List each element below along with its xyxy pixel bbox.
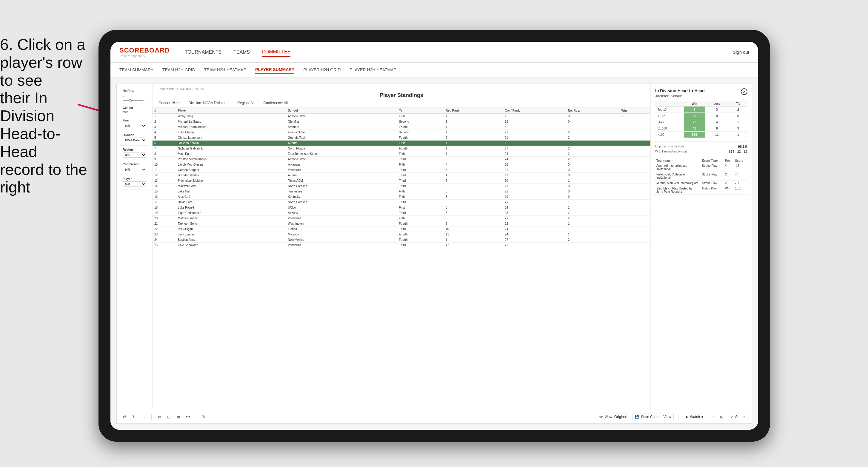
table-row[interactable]: 13 Phichaisak Maichon Texas A&M Third 6 …	[153, 178, 650, 184]
table-row[interactable]: 7 Nicholas Gabrelcik North Florida Fourt…	[153, 146, 650, 151]
t-name: SEC Match Play Hosted by Jerry Pate Roun…	[655, 186, 701, 194]
table-row[interactable]: 14 Maxwell Ford North Carolina Third 6 2…	[153, 184, 650, 189]
h2h-row: >100 578 11 1	[655, 132, 747, 138]
year-label: Year	[123, 119, 146, 122]
more-icon[interactable]: ⋯	[709, 413, 715, 420]
cell-num: 9	[153, 157, 176, 162]
tab-player-summary[interactable]: PLAYER SUMMARY	[255, 66, 294, 74]
link-icon[interactable]: ⊕	[175, 413, 182, 420]
cell-conf-rank: 24	[503, 205, 566, 210]
cell-no-rds: 1	[566, 226, 620, 232]
cell-player: Nicholas Gabrelcik	[176, 146, 286, 151]
h2h-win-cell: 20	[684, 113, 705, 119]
cell-reg-rank: 1	[444, 141, 503, 146]
table-row[interactable]: 16 Alex Goff Kentucky Fifth 8 19 0	[153, 194, 650, 199]
toolbar-divider-1	[151, 414, 152, 420]
h2h-col-loss: Loss	[705, 101, 729, 106]
watch-dropdown-icon: ▾	[702, 415, 703, 419]
redo-icon[interactable]: ↻	[131, 413, 137, 420]
cell-player: Taehoon Song	[176, 221, 286, 226]
tab-team-h2h-heatmap[interactable]: TEAM H2H HEATMAP	[204, 66, 246, 74]
cell-school: Vanderbilt	[286, 216, 397, 221]
table-row[interactable]: 17 David Ford North Carolina Third 8 21 …	[153, 199, 650, 205]
cell-player: Jack Lundin	[176, 232, 286, 237]
left-sidebar: No Rds. 6 6... Gender Men	[117, 84, 153, 410]
table-row[interactable]: 15 Jake Hall Tennessee Fifth 6 21 0	[153, 189, 650, 194]
table-row[interactable]: 20 Matthew Riedel Vanderbilt Fifth 9 21 …	[153, 216, 650, 221]
cell-yr: Third	[397, 199, 444, 205]
table-row[interactable]: 25 Cole Sherwood Vanderbilt Third 12 23 …	[153, 243, 650, 248]
division-select[interactable]: NCAA Division I	[123, 137, 146, 143]
cell-player: Brendan Valdes	[176, 173, 286, 178]
no-rds-slider[interactable]	[123, 100, 144, 101]
table-row[interactable]: 23 Jack Lundin Missouri Fourth 11 24 1	[153, 232, 650, 237]
table-row[interactable]: 11 Gordon Sargent Vanderbilt Third 4 21 …	[153, 167, 650, 173]
wlt-row: W-L-T record in-division: 674 - 33 - 12	[655, 150, 747, 153]
cell-school: Vanderbilt	[286, 243, 397, 248]
nav-committee[interactable]: COMMITTEE	[262, 48, 290, 57]
tab-team-h2h-grid[interactable]: TEAM H2H GRID	[162, 66, 195, 74]
undo-icon[interactable]: ↺	[121, 413, 128, 420]
tab-player-h2h-grid[interactable]: PLAYER H2H GRID	[303, 66, 341, 74]
refresh-icon[interactable]: ↻	[200, 413, 207, 420]
dots-icon[interactable]: •••	[185, 413, 191, 420]
cell-conf-rank: 23	[503, 184, 566, 189]
forward-icon[interactable]: →	[140, 413, 147, 420]
save-label: Save Custom View	[641, 415, 671, 419]
h2h-loss-cell: 3	[705, 106, 729, 113]
table-row[interactable]: 22 Ian Gilligan Florida Third 10 24 1	[153, 226, 650, 232]
share-button[interactable]: ↗ Share	[728, 413, 747, 420]
table-row[interactable]: 18 Luke Powell UCLA First 8 24 1	[153, 205, 650, 210]
tab-team-summary[interactable]: TEAM SUMMARY	[119, 66, 153, 74]
table-row[interactable]: 4 Luke Claton Florida State Second 1 27 …	[153, 130, 650, 135]
table-row[interactable]: 10 Jacob Mou-Olesen Arkansas Fifth 4 25 …	[153, 162, 650, 167]
region-select[interactable]: N/A	[123, 152, 146, 158]
cell-yr: Fifth	[397, 151, 444, 157]
player-select[interactable]: (All)	[123, 181, 146, 187]
h2h-close-button[interactable]: ✕	[741, 88, 747, 95]
t-type: Stroke Play	[701, 172, 724, 181]
sign-out-button[interactable]: Sign out	[733, 50, 749, 55]
copy-icon[interactable]: ⧉	[156, 413, 163, 420]
save-custom-button[interactable]: 💾 Save Custom View	[632, 413, 674, 420]
table-row[interactable]: 9 Preston Summerhays Arizona State Third…	[153, 157, 650, 162]
cell-player: Christo Lamprecht	[176, 135, 286, 141]
cell-player: Luke Powell	[176, 205, 286, 210]
table-row[interactable]: 2 Michael La Sasso Ole Miss Second 1 18 …	[153, 119, 650, 124]
table-row[interactable]: 3 Michael Thorbjornsen Stanford Fourth 1…	[153, 124, 650, 130]
tab-player-h2h-heatmap[interactable]: PLAYER H2H HEATMAP	[349, 66, 396, 74]
paste-icon[interactable]: ⊞	[166, 413, 172, 420]
table-row[interactable]: 19 Tiger Christensen Arizona Third 8 23 …	[153, 210, 650, 216]
table-row[interactable]: 6 Jackson Koivun Auburn First 1 1 1	[153, 141, 650, 146]
filter-row: Gender: Men Division: NCAA Division I Re…	[158, 101, 645, 105]
cell-yr: Fifth	[397, 194, 444, 199]
instruction-text: 6. Click on a player's row to see their …	[0, 36, 93, 196]
col-num: #	[153, 108, 176, 114]
cell-yr: Fifth	[397, 189, 444, 194]
cell-player: Michael La Sasso	[176, 119, 286, 124]
cell-num: 4	[153, 130, 176, 135]
table-row[interactable]: 5 Christo Lamprecht Georgia Tech Fourth …	[153, 135, 650, 141]
year-select[interactable]: (All)	[123, 123, 146, 128]
table-row[interactable]: 21 Taehoon Song Washington Fourth 6 22 1	[153, 221, 650, 226]
cell-conf-rank: 21	[503, 216, 566, 221]
nav-teams[interactable]: TEAMS	[234, 48, 250, 56]
cell-win	[620, 226, 650, 232]
cell-player: Phichaisak Maichon	[176, 178, 286, 184]
table-row[interactable]: 12 Brendan Valdes Auburn Third 4 17 0	[153, 173, 650, 178]
table-row[interactable]: 1 Wenyi Ding Arizona State First 1 1 8 1	[153, 114, 650, 119]
table-row[interactable]: 8 Mats Ege East Tennessee State Fifth 1 …	[153, 151, 650, 157]
tournament-row: Fallen Oak Collegiate Invitational Strok…	[655, 172, 747, 181]
h2h-tie-cell: 5	[729, 113, 747, 119]
view-original-button[interactable]: 👁 View: Original	[597, 413, 629, 420]
tournament-row: Mirabel Maui Jim Intercollegiate Stroke …	[655, 181, 747, 186]
conference-select[interactable]: (All)	[123, 167, 146, 172]
cell-num: 8	[153, 151, 176, 157]
cell-win	[620, 243, 650, 248]
watch-button[interactable]: ▶ Watch ▾	[683, 413, 706, 420]
cell-num: 11	[153, 167, 176, 173]
cell-yr: Fourth	[397, 135, 444, 141]
grid-icon[interactable]: ⊞	[718, 413, 725, 420]
table-row[interactable]: 24 Bastien Amat New Mexico Fourth 1 27 2	[153, 237, 650, 243]
nav-tournaments[interactable]: TOURNAMENTS	[185, 48, 221, 56]
